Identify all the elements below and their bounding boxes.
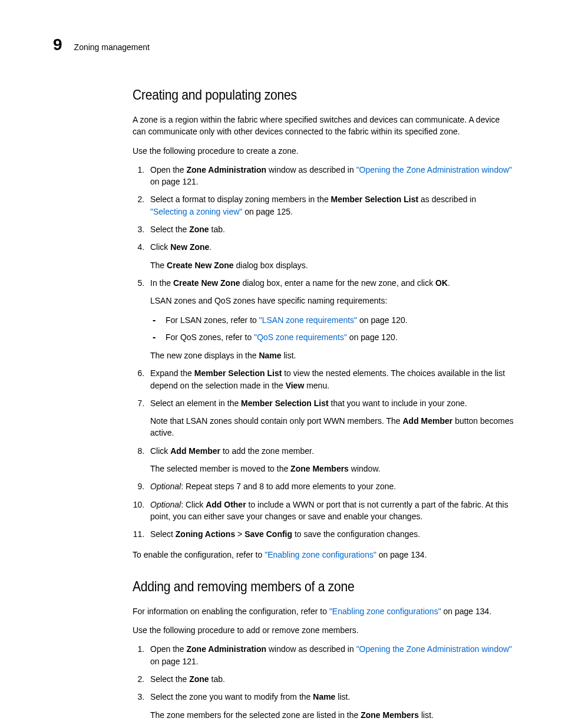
- step-6: Expand the Member Selection List to view…: [147, 367, 515, 391]
- step-9: Optional: Repeat steps 7 and 8 to add mo…: [147, 480, 515, 492]
- step-5-result: The new zone displays in the Name list.: [150, 350, 515, 361]
- link-enabling-zone-config-2[interactable]: "Enabling zone configurations": [329, 607, 441, 616]
- step-8-result: The selected member is moved to the Zone…: [150, 463, 515, 475]
- section-heading-creating: Creating and populating zones: [133, 87, 515, 103]
- step-3: Select the Zone tab.: [147, 223, 515, 235]
- header-title: Zoning management: [74, 42, 150, 52]
- info-paragraph: For information on enabling the configur…: [133, 605, 515, 617]
- link-select-zoning-view[interactable]: "Selecting a zoning view": [150, 207, 242, 216]
- section-heading-adding: Adding and removing members of a zone: [133, 578, 515, 595]
- link-enabling-zone-config-1[interactable]: "Enabling zone configurations": [265, 550, 376, 559]
- step2-3: Select the zone you want to modify from …: [147, 691, 515, 721]
- step-4: Click New Zone. The Create New Zone dial…: [147, 241, 515, 271]
- step2-1: Open the Zone Administration window as d…: [147, 643, 515, 667]
- chapter-number: 9: [53, 35, 62, 54]
- lsan-note: For LSAN zones, refer to "LSAN zone requ…: [162, 313, 515, 327]
- step2-2: Select the Zone tab.: [147, 673, 515, 685]
- step-2: Select a format to display zoning member…: [147, 193, 515, 218]
- qos-note: For QoS zones, refer to "QoS zone requir…: [162, 330, 515, 344]
- step-5-sublist: For LSAN zones, refer to "LSAN zone requ…: [150, 313, 515, 344]
- link-open-zone-admin-2[interactable]: "Opening the Zone Administration window": [356, 644, 512, 654]
- step-5: In the Create New Zone dialog box, enter…: [147, 277, 515, 361]
- page-header: 9 Zoning management: [53, 35, 515, 54]
- step-8: Click Add Member to add the zone member.…: [147, 445, 515, 475]
- step-4-sub: The Create New Zone dialog box displays.: [150, 259, 515, 271]
- enable-note: To enable the configuration, refer to "E…: [133, 549, 515, 561]
- intro-paragraph: A zone is a region within the fabric whe…: [133, 114, 515, 138]
- link-qos-requirements[interactable]: "QoS zone requirements": [254, 332, 347, 342]
- link-lsan-requirements[interactable]: "LSAN zone requirements": [259, 315, 357, 325]
- procedure-lead: Use the following procedure to create a …: [133, 145, 515, 157]
- procedure-list-2: Open the Zone Administration window as d…: [133, 643, 515, 720]
- step-11: Select Zoning Actions > Save Config to s…: [147, 528, 515, 540]
- link-open-zone-admin[interactable]: "Opening the Zone Administration window": [356, 165, 512, 174]
- step-1: Open the Zone Administration window as d…: [147, 164, 515, 188]
- document-page: 9 Zoning management Creating and populat…: [0, 0, 562, 728]
- step-7: Select an element in the Member Selectio…: [147, 397, 515, 439]
- step-5-note: LSAN zones and QoS zones have specific n…: [150, 295, 515, 307]
- step2-3-result: The zone members for the selected zone a…: [150, 709, 515, 721]
- main-content: Creating and populating zones A zone is …: [133, 87, 515, 721]
- procedure-lead-2: Use the following procedure to add or re…: [133, 624, 515, 636]
- step-10: Optional: Click Add Other to include a W…: [147, 499, 515, 523]
- procedure-list: Open the Zone Administration window as d…: [133, 164, 515, 541]
- step-7-note: Note that LSAN zones should contain only…: [150, 415, 515, 439]
